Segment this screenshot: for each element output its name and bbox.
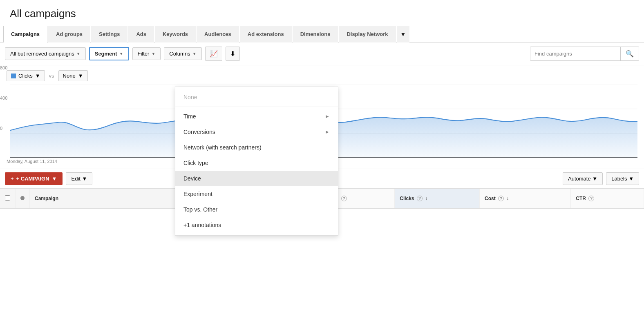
help-icon[interactable]: ? bbox=[588, 196, 594, 201]
chevron-down-icon: ▼ bbox=[82, 176, 87, 182]
header-status bbox=[16, 189, 30, 209]
arrow-icon: ► bbox=[325, 114, 330, 119]
page-title: All campaigns bbox=[0, 0, 644, 26]
columns-btn[interactable]: Columns ▼ bbox=[164, 47, 201, 60]
tab-audiences[interactable]: Audiences bbox=[197, 26, 239, 42]
chevron-down-icon: ▼ bbox=[151, 51, 155, 56]
help-icon[interactable]: ? bbox=[341, 196, 347, 201]
metric1-label: Clicks bbox=[18, 73, 33, 79]
plus-icon: + bbox=[11, 176, 14, 182]
edit-label: Edit bbox=[71, 176, 80, 182]
campaign-filter-btn[interactable]: All but removed campaigns ▼ bbox=[5, 47, 86, 60]
search-input[interactable] bbox=[530, 47, 620, 60]
tab-settings[interactable]: Settings bbox=[91, 26, 127, 42]
sort-arrow-icon: ↓ bbox=[425, 196, 427, 201]
campaign-filter-label: All but removed campaigns bbox=[10, 51, 74, 57]
chevron-down-icon: ▼ bbox=[592, 176, 597, 182]
dropdown-item-none[interactable]: None bbox=[175, 89, 338, 105]
tab-campaigns[interactable]: Campaigns bbox=[3, 26, 47, 42]
tab-keywords[interactable]: Keywords bbox=[155, 26, 196, 42]
vs-text: vs bbox=[49, 73, 54, 79]
search-box: 🔍 bbox=[530, 47, 639, 61]
add-campaign-label: + CAMPAIGN bbox=[16, 176, 49, 182]
tab-ad-groups[interactable]: Ad groups bbox=[48, 26, 90, 42]
metric2-label: None bbox=[63, 73, 76, 79]
dot-icon bbox=[20, 196, 25, 200]
header-cost: Cost ? ↓ bbox=[480, 189, 571, 209]
help-icon[interactable]: ? bbox=[417, 196, 423, 201]
edit-btn[interactable]: Edit ▼ bbox=[66, 172, 92, 185]
automate-label: Automate bbox=[568, 176, 591, 182]
segment-dropdown: None Time ► Conversions ► Network (with … bbox=[175, 87, 338, 209]
tab-more[interactable]: ▼ bbox=[397, 26, 410, 42]
search-btn[interactable]: 🔍 bbox=[620, 47, 639, 60]
tabs-bar: Campaigns Ad groups Settings Ads Keyword… bbox=[0, 26, 644, 42]
sort-arrow-icon: ↓ bbox=[506, 196, 509, 201]
chevron-down-icon: ▼ bbox=[52, 176, 57, 182]
add-campaign-btn[interactable]: + + CAMPAIGN ▼ bbox=[5, 172, 63, 185]
chevron-down-icon: ▼ bbox=[119, 51, 123, 56]
labels-btn[interactable]: Labels ▼ bbox=[606, 172, 639, 185]
labels-label: Labels bbox=[611, 176, 627, 182]
dropdown-item-time[interactable]: Time ► bbox=[175, 109, 338, 124]
select-all-checkbox[interactable] bbox=[5, 195, 10, 201]
chevron-down-icon: ▼ bbox=[35, 73, 40, 79]
metric2-btn[interactable]: None ▼ bbox=[58, 70, 88, 81]
tab-dimensions[interactable]: Dimensions bbox=[293, 26, 338, 42]
download-btn[interactable]: ⬇ bbox=[226, 47, 240, 61]
segment-btn[interactable]: Segment ▼ bbox=[89, 47, 129, 60]
tab-display-network[interactable]: Display Network bbox=[339, 26, 396, 42]
filter-btn[interactable]: Filter ▼ bbox=[132, 47, 161, 60]
chevron-down-icon: ▼ bbox=[628, 176, 634, 182]
help-icon[interactable]: ? bbox=[498, 196, 504, 201]
chart-view-btn[interactable]: 📈 bbox=[205, 47, 222, 61]
header-ctr: CTR ? bbox=[571, 189, 644, 209]
tab-ad-extensions[interactable]: Ad extensions bbox=[240, 26, 292, 42]
dropdown-item-device[interactable]: Device bbox=[175, 171, 338, 186]
filter-label: Filter bbox=[138, 51, 150, 57]
segment-label: Segment bbox=[95, 51, 117, 57]
dropdown-item-top-vs-other[interactable]: Top vs. Other bbox=[175, 202, 338, 209]
dropdown-item-network[interactable]: Network (with search partners) bbox=[175, 140, 338, 155]
header-clicks: Clicks ? ↓ bbox=[395, 189, 480, 209]
tab-ads[interactable]: Ads bbox=[128, 26, 154, 42]
dropdown-item-click-type[interactable]: Click type bbox=[175, 155, 338, 171]
header-check bbox=[0, 189, 16, 209]
chevron-down-icon: ▼ bbox=[78, 73, 83, 79]
chevron-down-icon: ▼ bbox=[192, 51, 197, 56]
dropdown-item-experiment[interactable]: Experiment bbox=[175, 186, 338, 202]
chevron-down-icon: ▼ bbox=[76, 51, 80, 56]
arrow-icon: ► bbox=[325, 129, 330, 135]
toolbar: All but removed campaigns ▼ Segment ▼ Fi… bbox=[0, 42, 644, 65]
automate-btn[interactable]: Automate ▼ bbox=[563, 172, 603, 185]
dropdown-item-conversions[interactable]: Conversions ► bbox=[175, 124, 338, 140]
columns-label: Columns bbox=[169, 51, 190, 57]
